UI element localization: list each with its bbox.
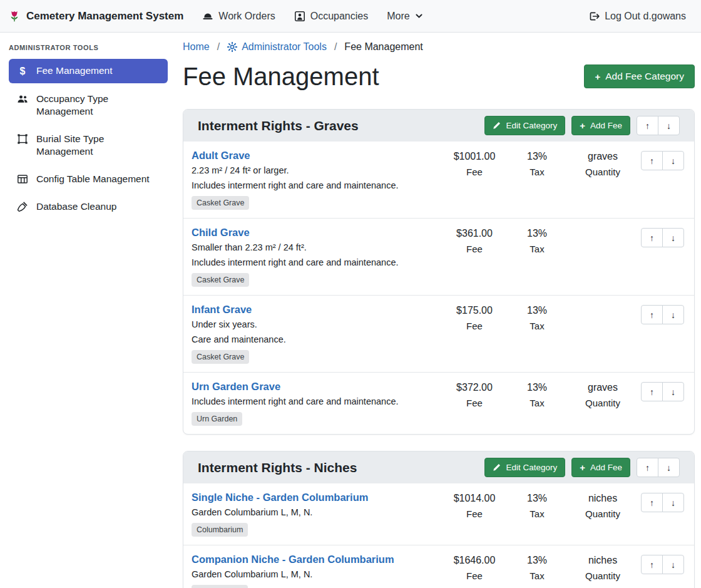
move-fee-up-button[interactable]: ↑ [641, 228, 663, 247]
nav-occupancies-label: Occupancies [310, 11, 369, 22]
fee-name-link[interactable]: Child Grave [192, 227, 250, 239]
nav-more-label: More [387, 11, 409, 22]
nav-work-orders-label: Work Orders [218, 11, 275, 22]
fee-quantity-label: Quantity [565, 570, 640, 581]
move-fee-up-button[interactable]: ↑ [641, 382, 663, 401]
fee-reorder-group: ↑ ↓ [641, 305, 684, 324]
fee-name-link[interactable]: Urn Garden Grave [192, 381, 280, 393]
move-fee-up-button[interactable]: ↑ [641, 493, 663, 512]
sidebar-item-label: Fee Management [36, 64, 113, 77]
move-category-down-button[interactable]: ↓ [658, 116, 680, 135]
broom-icon [16, 201, 29, 212]
arrow-down-icon: ↓ [671, 156, 675, 166]
fee-type-badge: Columbarium [192, 585, 248, 588]
move-category-up-button[interactable]: ↑ [637, 458, 658, 477]
sidebar-item-fee-management[interactable]: $ Fee Management [9, 59, 168, 83]
chevron-down-icon [415, 12, 423, 20]
fee-type-badge: Columbarium [192, 523, 248, 537]
fee-description: Garden Columbarium L, M, N. [192, 569, 434, 580]
fee-row: Infant Grave Under six years.Care and ma… [183, 296, 694, 373]
move-fee-up-button[interactable]: ↑ [641, 305, 663, 324]
arrow-up-icon: ↑ [650, 310, 654, 320]
move-fee-down-button[interactable]: ↓ [662, 555, 684, 574]
move-fee-up-button[interactable]: ↑ [641, 555, 663, 574]
pencil-icon [493, 121, 501, 130]
breadcrumb-home-link[interactable]: Home [183, 41, 210, 53]
add-fee-category-label: Add Fee Category [605, 71, 684, 82]
fee-category-header: Interment Rights - Graves Edit Category … [183, 110, 694, 142]
fee-description: Includes interment right and care and ma… [192, 257, 434, 269]
breadcrumb-admin-tools-label: Administrator Tools [242, 41, 327, 53]
arrow-up-icon: ↑ [650, 156, 654, 166]
sidebar-item-config-table-management[interactable]: Config Table Management [9, 167, 168, 191]
add-fee-category-button[interactable]: + Add Fee Category [584, 64, 695, 88]
logout-label: Log Out d.gowans [605, 11, 686, 22]
fee-name-link[interactable]: Infant Grave [192, 304, 252, 316]
arrow-up-icon: ↑ [645, 463, 650, 473]
fee-amount-label: Fee [440, 167, 509, 177]
fee-type-badge: Urn Garden [192, 412, 242, 426]
edit-category-label: Edit Category [506, 121, 557, 130]
pencil-icon [493, 463, 501, 472]
fee-quantity-label: Quantity [565, 508, 640, 519]
fee-category-card: Interment Rights - Niches Edit Category … [183, 451, 695, 588]
sidebar-item-label: Config Table Management [36, 173, 150, 185]
arrow-up-icon: ↑ [650, 560, 654, 570]
move-fee-up-button[interactable]: ↑ [641, 151, 663, 170]
fee-name-link[interactable]: Single Niche - Garden Columbarium [192, 492, 368, 503]
fee-row: Companion Niche - Garden Columbarium Gar… [183, 545, 694, 588]
edit-category-button[interactable]: Edit Category [484, 458, 565, 477]
fee-tax-label: Tax [509, 321, 565, 331]
arrow-down-icon: ↓ [667, 121, 671, 131]
fee-amount-label: Fee [440, 508, 509, 519]
fee-description: Includes interment right and care and ma… [192, 396, 434, 408]
arrow-up-icon: ↑ [645, 121, 650, 131]
move-fee-down-button[interactable]: ↓ [662, 151, 684, 170]
arrow-down-icon: ↓ [667, 463, 671, 473]
arrow-up-icon: ↑ [650, 387, 654, 397]
fee-row: Urn Garden Grave Includes interment righ… [183, 373, 694, 434]
arrow-down-icon: ↓ [671, 233, 675, 243]
move-category-up-button[interactable]: ↑ [637, 116, 658, 135]
category-reorder-group: ↑ ↓ [637, 458, 680, 477]
fee-type-badge: Casket Grave [192, 196, 249, 210]
bounding-box-icon [16, 133, 29, 145]
sidebar-item-label: Occupancy Type Management [36, 93, 160, 118]
fee-amount: $372.00 [440, 382, 509, 393]
breadcrumb-separator: / [334, 41, 337, 53]
edit-category-button[interactable]: Edit Category [484, 116, 565, 135]
logout-icon [588, 11, 600, 22]
sidebar-item-burial-site-type-management[interactable]: Burial Site Type Management [9, 127, 168, 163]
app-title: Cemetery Management System [26, 10, 183, 23]
move-fee-down-button[interactable]: ↓ [662, 228, 684, 247]
app-logo-tulip-icon [8, 9, 21, 23]
sidebar-item-database-cleanup[interactable]: Database Cleanup [9, 195, 168, 219]
breadcrumb-admin-tools-link[interactable]: Administrator Tools [227, 41, 327, 53]
fee-type-badge: Casket Grave [192, 273, 249, 287]
logout-link[interactable]: Log Out d.gowans [588, 11, 686, 22]
breadcrumb-current: Fee Management [344, 41, 422, 53]
add-fee-label: Add Fee [590, 121, 622, 130]
fee-name-link[interactable]: Companion Niche - Garden Columbarium [192, 554, 394, 565]
fee-type-badge: Casket Grave [192, 350, 249, 364]
add-fee-button[interactable]: + Add Fee [571, 116, 630, 135]
sidebar-item-label: Database Cleanup [36, 200, 116, 213]
add-fee-label: Add Fee [590, 463, 622, 472]
nav-occupancies[interactable]: Occupancies [294, 11, 369, 22]
sidebar-item-occupancy-type-management[interactable]: Occupancy Type Management [9, 87, 168, 123]
move-fee-down-button[interactable]: ↓ [662, 382, 684, 401]
fee-quantity: graves [565, 382, 640, 393]
move-category-down-button[interactable]: ↓ [658, 458, 680, 477]
fee-description: Garden Columbarium L, M, N. [192, 507, 434, 518]
nav-work-orders[interactable]: Work Orders [202, 11, 275, 22]
nav-more[interactable]: More [387, 11, 422, 22]
move-fee-down-button[interactable]: ↓ [662, 493, 684, 512]
add-fee-button[interactable]: + Add Fee [571, 458, 630, 477]
fee-description: 2.23 m² / 24 ft² or larger. [192, 165, 434, 177]
fee-amount: $1001.00 [440, 151, 509, 162]
fee-quantity: niches [565, 493, 640, 504]
move-fee-down-button[interactable]: ↓ [662, 305, 684, 324]
fee-name-link[interactable]: Adult Grave [192, 150, 250, 162]
fee-tax: 13% [509, 555, 565, 566]
fee-description: Smaller than 2.23 m² / 24 ft². [192, 242, 434, 254]
